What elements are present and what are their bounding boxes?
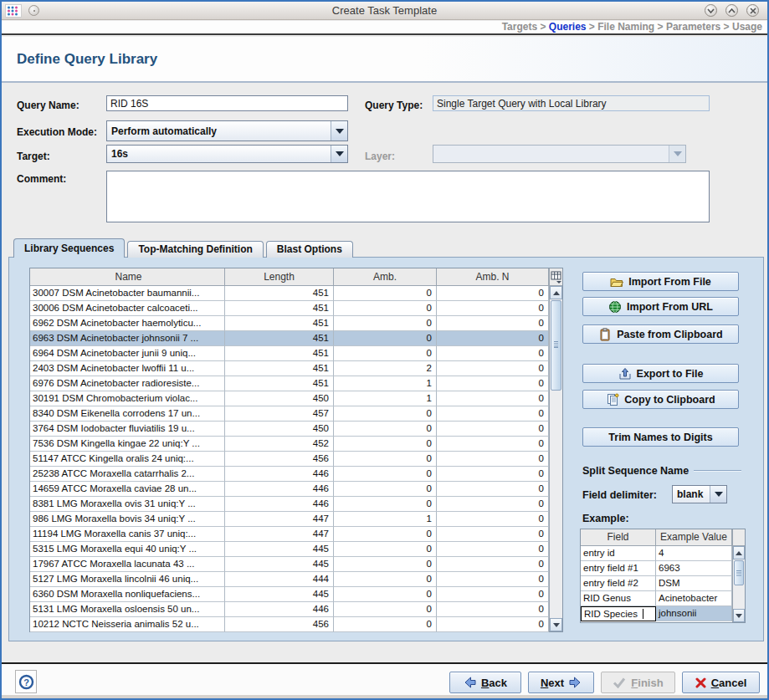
table-row[interactable]: 8340 DSM Eikenella corrodens 17 un... 45… — [30, 406, 549, 422]
table-row[interactable]: 5315 LMG Moraxella equi 40 uniq:Y ... 44… — [30, 542, 549, 557]
tab-bar: Library SequencesTop-Matching Definition… — [13, 238, 356, 258]
table-row[interactable]: 14659 ATCC Moraxella caviae 28 un... 446… — [30, 482, 549, 497]
finish-button[interactable]: Finish — [601, 672, 675, 693]
cell-amb-n: 0 — [437, 391, 549, 406]
field-delimiter-label: Field delimiter: — [582, 489, 657, 501]
chevron-down-icon[interactable] — [331, 121, 347, 141]
table-row[interactable]: 5131 LMG Moraxella osloensis 50 un... 44… — [30, 602, 549, 617]
table-row[interactable]: 30191 DSM Chromobacterium violac... 450 … — [30, 391, 549, 406]
cell-length: 450 — [225, 391, 334, 406]
cell-amb: 0 — [334, 316, 437, 331]
table-row[interactable]: 25238 ATCC Moraxella catarrhalis 2... 44… — [30, 467, 549, 482]
table-row[interactable]: 30007 DSM Acinetobacter baumannii... 451… — [30, 286, 549, 301]
scroll-down-icon[interactable] — [550, 618, 562, 631]
example-scrollbar[interactable] — [732, 529, 745, 622]
minimize-button[interactable] — [705, 4, 717, 17]
example-row[interactable]: entry id 4 — [581, 546, 732, 561]
table-row[interactable]: 2403 DSM Acinetobacter lwoffii 11 u... 4… — [30, 361, 549, 376]
cell-length: 451 — [225, 361, 334, 376]
column-header-length[interactable]: Length — [225, 268, 334, 286]
cell-length: 447 — [225, 527, 334, 542]
cell-amb: 0 — [334, 452, 437, 467]
breadcrumb-item[interactable]: Targets > — [502, 21, 549, 33]
chevron-down-icon — [669, 146, 685, 162]
trim-names-to-digits-button[interactable]: Trim Names to Digits — [582, 427, 739, 447]
target-select[interactable]: 16s — [106, 145, 348, 163]
table-row[interactable]: 6962 DSM Acinetobacter haemolyticu... 45… — [30, 316, 549, 331]
table-row[interactable]: 10212 NCTC Neisseria animalis 52 u... 45… — [30, 617, 549, 632]
cell-amb-n: 0 — [437, 602, 549, 617]
cell-field[interactable]: RID Genus — [581, 591, 656, 606]
header-band: Define Query Library — [2, 37, 767, 83]
cell-amb: 1 — [334, 391, 437, 406]
table-scrollbar[interactable] — [550, 286, 562, 631]
table-row[interactable]: 17967 ATCC Moraxella lacunata 43 ... 445… — [30, 557, 549, 572]
cell-length: 452 — [225, 437, 334, 452]
table-row[interactable]: 3764 DSM Iodobacter fluviatilis 19 u... … — [30, 422, 549, 437]
paste-from-clipboard-button[interactable]: Paste from Clipboard — [582, 324, 739, 344]
cell-field[interactable]: entry id — [581, 546, 656, 561]
execution-mode-value: Perform automatically — [107, 125, 331, 137]
breadcrumb-item[interactable]: Parameters > — [666, 21, 732, 33]
back-button[interactable]: Back — [449, 672, 521, 693]
table-row[interactable]: 986 LMG Moraxella bovis 34 uniq:Y ... 44… — [30, 512, 549, 527]
cell-field[interactable]: entry field #2 — [581, 576, 656, 591]
cancel-button[interactable]: Cancel — [682, 672, 760, 693]
cell-name: 6963 DSM Acinetobacter johnsonii 7 ... — [30, 331, 225, 346]
tab[interactable]: Top-Matching Definition — [127, 241, 263, 258]
table-row[interactable]: 30006 DSM Acinetobacter calcoaceti... 45… — [30, 301, 549, 316]
example-row[interactable]: RID Genus Acinetobacter — [581, 591, 732, 606]
help-button[interactable]: ? — [15, 670, 37, 693]
export-to-file-button[interactable]: Export to File — [582, 364, 739, 383]
table-row[interactable]: 6963 DSM Acinetobacter johnsonii 7 ... 4… — [30, 331, 549, 346]
table-row[interactable]: 6964 DSM Acinetobacter junii 9 uniq... 4… — [30, 346, 549, 361]
breadcrumb-item[interactable]: Usage — [732, 21, 762, 33]
table-row[interactable]: 6360 DSM Moraxella nonliquefaciens... 44… — [30, 587, 549, 602]
table-row[interactable]: 7536 DSM Kingella kingae 22 uniq:Y ... 4… — [30, 437, 549, 452]
table-row[interactable]: 6976 DSM Acinetobacter radioresiste... 4… — [30, 376, 549, 391]
maximize-button[interactable] — [725, 4, 738, 17]
table-row[interactable]: 11194 LMG Moraxella canis 37 uniq:... 44… — [30, 527, 549, 542]
cell-amb: 0 — [334, 572, 437, 587]
scroll-down-icon[interactable] — [733, 609, 745, 622]
table-row[interactable]: 5127 LMG Moraxella lincolnii 46 uniq... … — [30, 572, 549, 587]
close-button[interactable] — [746, 4, 759, 17]
cell-length: 445 — [225, 587, 334, 602]
column-header-example-value[interactable]: Example Value — [656, 529, 732, 546]
example-row[interactable]: RID Species johnsonii — [581, 606, 732, 621]
tab[interactable]: Blast Options — [266, 241, 353, 258]
query-name-input[interactable] — [106, 95, 348, 111]
import-from-url-button[interactable]: Import From URL — [582, 297, 739, 316]
breadcrumb-item[interactable]: File Naming > — [597, 21, 666, 33]
column-header-name[interactable]: Name — [30, 268, 225, 286]
scroll-up-icon[interactable] — [550, 286, 562, 299]
column-config-icon[interactable] — [550, 268, 562, 286]
chevron-down-icon[interactable] — [710, 486, 726, 503]
table-row[interactable]: 51147 ATCC Kingella oralis 24 uniq:... 4… — [30, 452, 549, 467]
cell-field[interactable]: entry field #1 — [581, 561, 656, 576]
cell-name: 6962 DSM Acinetobacter haemolyticu... — [30, 316, 225, 331]
scroll-up-icon[interactable] — [733, 546, 745, 559]
scrollbar-thumb[interactable] — [734, 560, 744, 585]
copy-to-clipboard-button[interactable]: Copy to Clipboard — [582, 390, 739, 409]
tab[interactable]: Library Sequences — [13, 238, 125, 258]
cell-length: 456 — [225, 617, 334, 632]
example-row[interactable]: entry field #2 DSM — [581, 576, 732, 591]
breadcrumb-item[interactable]: Queries > — [549, 21, 597, 33]
column-header-amb-n[interactable]: Amb. N — [437, 268, 549, 286]
cell-field[interactable]: RID Species — [581, 606, 656, 621]
cell-amb-n: 0 — [437, 617, 549, 632]
example-row[interactable]: entry field #1 6963 — [581, 561, 732, 576]
execution-mode-label: Execution Mode: — [17, 126, 97, 138]
next-button[interactable]: Next — [528, 672, 594, 693]
chevron-down-icon[interactable] — [331, 146, 347, 162]
column-header-field[interactable]: Field — [581, 529, 656, 546]
table-row[interactable]: 8381 LMG Moraxella ovis 31 uniq:Y ... 44… — [30, 497, 549, 512]
scrollbar-thumb[interactable] — [551, 300, 561, 391]
comment-input[interactable] — [106, 171, 710, 222]
split-sequence-name-section: Split Sequence Name — [582, 465, 741, 477]
import-from-file-button[interactable]: Import From File — [582, 272, 739, 291]
execution-mode-select[interactable]: Perform automatically — [106, 120, 348, 141]
field-delimiter-select[interactable]: blank — [672, 485, 727, 503]
column-header-amb[interactable]: Amb. — [334, 268, 437, 286]
